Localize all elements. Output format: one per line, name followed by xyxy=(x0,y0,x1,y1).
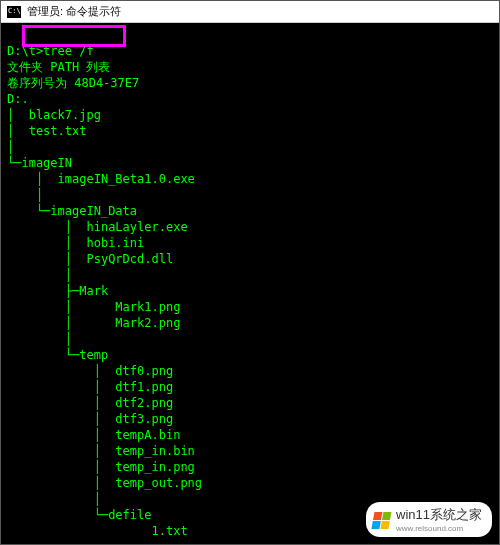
tree-line: │ Mark2.png xyxy=(7,316,180,330)
windows-logo-icon xyxy=(370,511,391,529)
tree-line: │ xyxy=(7,188,43,202)
tree-line: │ dtf0.png xyxy=(7,364,173,378)
tree-line: 1.txt xyxy=(7,524,188,538)
output-line: D:. xyxy=(7,92,29,106)
cmd-icon xyxy=(7,6,21,18)
tree-line: │ Mark1.png xyxy=(7,300,180,314)
tree-dir: └─imageIN_Data xyxy=(7,204,137,218)
tree-line: │ test.txt xyxy=(7,124,86,138)
tree-line: │ PsyQrDcd.dll xyxy=(7,252,173,266)
tree-line: │ hobi.ini xyxy=(7,236,144,250)
tree-dir: └─temp xyxy=(7,348,108,362)
watermark: win11系统之家 www.relsound.com xyxy=(366,502,492,537)
tree-line: │ dtf2.png xyxy=(7,396,173,410)
tree-dir: └─defile xyxy=(7,508,152,522)
tree-line: │ temp_in.bin xyxy=(7,444,195,458)
watermark-text: win11系统之家 www.relsound.com xyxy=(396,506,482,533)
tree-line: │ temp_in.png xyxy=(7,460,195,474)
tree-line: │ xyxy=(7,492,101,506)
tree-line: │ xyxy=(7,332,72,346)
tree-line: │ dtf3.png xyxy=(7,412,173,426)
tree-line: │ temp_out.png xyxy=(7,476,202,490)
tree-dir: └─imageIN xyxy=(7,156,72,170)
output-line: 卷序列号为 48D4-37E7 xyxy=(7,76,139,90)
tree-line: │ hinaLayler.exe xyxy=(7,220,188,234)
titlebar-text: 管理员: 命令提示符 xyxy=(27,4,121,19)
tree-line: │ tempA.bin xyxy=(7,428,180,442)
tree-line: │ dtf1.png xyxy=(7,380,173,394)
tree-line: │ black7.jpg xyxy=(7,108,101,122)
tree-line: │ imageIN_Beta1.0.exe xyxy=(7,172,195,186)
tree-dir: ├─Mark xyxy=(7,284,108,298)
titlebar[interactable]: 管理员: 命令提示符 xyxy=(1,1,499,23)
tree-line: │ xyxy=(7,268,72,282)
prompt-line: D:\t>tree /f xyxy=(7,44,94,58)
cmd-window: 管理员: 命令提示符 D:\t>tree /f 文件夹 PATH 列表 卷序列号… xyxy=(0,0,500,545)
tree-line: │ xyxy=(7,140,14,154)
output-line: 文件夹 PATH 列表 xyxy=(7,60,110,74)
terminal-output[interactable]: D:\t>tree /f 文件夹 PATH 列表 卷序列号为 48D4-37E7… xyxy=(1,23,499,545)
